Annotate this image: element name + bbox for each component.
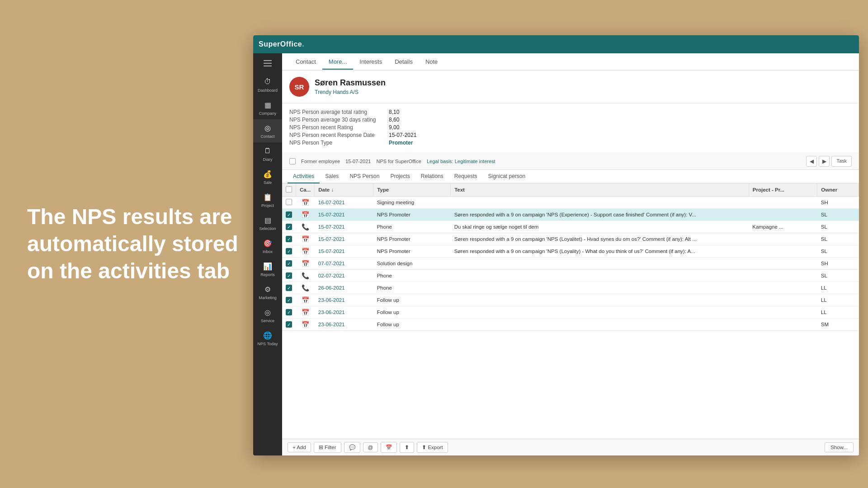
prev-btn[interactable]: ◀ (806, 156, 817, 167)
activity-icon: 📅 (302, 199, 309, 206)
row-project (749, 209, 817, 221)
row-owner: SL (817, 270, 859, 282)
sidebar-item-reports[interactable]: 📊 Reports (253, 258, 282, 281)
nps-label-2: NPS Person recent Rating (289, 124, 389, 131)
activity-icon: 📅 (302, 235, 309, 243)
bottom-toolbar: + Add ⊞ Filter 💬 @ 📅 ⬆ ⬆ Export Show... (282, 439, 859, 455)
act-tab-relations[interactable]: Relations (415, 170, 449, 183)
row-owner: SL (817, 209, 859, 221)
former-employee-label: Former employee (301, 159, 340, 164)
task-button[interactable]: Task (831, 156, 852, 167)
project-icon: 📋 (263, 192, 273, 202)
row-checkbox[interactable]: ✓ (286, 321, 292, 328)
row-date: 23-06-2021 (315, 319, 373, 331)
row-type: Phone (373, 282, 451, 294)
row-project (749, 245, 817, 258)
sale-icon: 💰 (263, 169, 273, 179)
activities-table: Ca... Date ↓ Type Text Project - Pr... O… (282, 183, 859, 331)
row-text: Søren responded with a 9 on campaign 'NP… (451, 209, 749, 221)
act-tab-activities[interactable]: Activities (288, 170, 320, 183)
tab-more[interactable]: More... (322, 55, 353, 70)
row-owner: SL (817, 245, 859, 258)
row-checkbox[interactable]: ✓ (286, 285, 292, 291)
row-date: 15-07-2021 (315, 221, 373, 233)
sidebar-item-company[interactable]: ▦ Company (253, 96, 282, 119)
act-tab-sales[interactable]: Sales (320, 170, 344, 183)
row-checkbox[interactable]: ✓ (286, 248, 292, 254)
row-project (749, 294, 817, 306)
table-row: ✓ 📅 15-07-2021 NPS Promoter Søren respon… (282, 209, 859, 221)
select-all-checkbox[interactable] (286, 186, 292, 192)
row-checkbox[interactable]: ✓ (286, 260, 292, 267)
dashboard-icon: ⏱ (263, 77, 273, 87)
sidebar-item-diary[interactable]: 🗒 Diary (253, 142, 282, 165)
row-checkbox[interactable]: ✓ (286, 224, 292, 230)
row-date: 26-06-2021 (315, 282, 373, 294)
row-checkbox-cell: ✓ (282, 233, 296, 245)
sidebar-item-project[interactable]: 📋 Project (253, 188, 282, 211)
show-button[interactable]: Show... (825, 442, 854, 452)
row-checkbox[interactable]: ✓ (286, 309, 292, 315)
nps-value-0: 8,10 (389, 109, 399, 115)
tab-note[interactable]: Note (419, 55, 444, 70)
add-button[interactable]: + Add (288, 442, 311, 452)
act-tab-signicat[interactable]: Signicat person (483, 170, 531, 183)
row-project: Kampagne ... (749, 221, 817, 233)
row-text: Du skal ringe og sælge noget til dem (451, 221, 749, 233)
legal-basis-link[interactable]: Legal basis: Legitimate interest (427, 159, 495, 164)
row-owner: SH (817, 197, 859, 209)
row-checkbox[interactable]: ✓ (286, 211, 292, 218)
act-tab-requests[interactable]: Requests (449, 170, 483, 183)
next-btn[interactable]: ▶ (819, 156, 830, 167)
row-icon-cell: 📅 (296, 245, 315, 258)
sidebar-item-npstoday[interactable]: 🌐 NPS Today (253, 327, 282, 350)
col-type: Type (373, 183, 451, 197)
row-checkbox[interactable]: ✓ (286, 236, 292, 242)
row-checkbox-cell: ✓ (282, 282, 296, 294)
sidebar-item-service[interactable]: ◎ Service (253, 304, 282, 327)
table-row: ✓ 📅 23-06-2021 Follow up LL (282, 294, 859, 306)
chat-button[interactable]: 💬 (344, 442, 360, 453)
row-type: Phone (373, 270, 451, 282)
row-icon-cell: 📅 (296, 258, 315, 270)
row-checkbox[interactable]: ✓ (286, 272, 292, 279)
sidebar-item-marketing[interactable]: ⚙ Marketing (253, 281, 282, 304)
table-row: 📅 16-07-2021 Signing meeting SH (282, 197, 859, 209)
col-date[interactable]: Date ↓ (315, 183, 373, 197)
activity-icon: 📅 (302, 296, 309, 304)
former-employee-checkbox[interactable] (289, 158, 296, 164)
nps-row-0: NPS Person average total rating 8,10 (289, 109, 852, 115)
sidebar-item-sale[interactable]: 💰 Sale (253, 165, 282, 188)
selection-icon: ▤ (263, 215, 273, 225)
row-project (749, 258, 817, 270)
row-project (749, 270, 817, 282)
table-header-row: Ca... Date ↓ Type Text Project - Pr... O… (282, 183, 859, 197)
row-checkbox[interactable] (286, 199, 292, 205)
export-button[interactable]: ⬆ Export (417, 442, 448, 453)
at-button[interactable]: @ (363, 442, 378, 452)
tab-details[interactable]: Details (388, 55, 419, 70)
act-tab-nps-person[interactable]: NPS Person (344, 170, 385, 183)
row-text (451, 270, 749, 282)
sidebar-item-selection[interactable]: ▤ Selection (253, 211, 282, 235)
hero-text: The NPS results are automatically stored… (27, 203, 238, 285)
sidebar-item-inbox[interactable]: 🎯 Inbox (253, 235, 282, 258)
row-owner: LL (817, 282, 859, 294)
sidebar-label-company: Company (259, 111, 277, 116)
activity-icon: 📅 (302, 309, 309, 316)
filter-button[interactable]: ⊞ Filter (314, 442, 341, 453)
sidebar-toggle[interactable] (259, 57, 276, 70)
sidebar-item-contact[interactable]: ◎ Contact (253, 119, 282, 142)
sidebar-item-dashboard[interactable]: ⏱ Dashboard (253, 73, 282, 96)
contact-company-link[interactable]: Trendy Hands A/S (315, 89, 359, 95)
row-text (451, 258, 749, 270)
more-button[interactable]: ⬆ (400, 442, 414, 453)
activity-icon: 📞 (302, 272, 309, 279)
tab-contact[interactable]: Contact (289, 55, 322, 70)
service-icon: ◎ (263, 307, 273, 317)
tab-interests[interactable]: Interests (353, 55, 388, 70)
act-tab-projects[interactable]: Projects (385, 170, 415, 183)
row-checkbox[interactable]: ✓ (286, 297, 292, 303)
col-ca: Ca... (296, 183, 315, 197)
calendar-button[interactable]: 📅 (381, 442, 397, 453)
